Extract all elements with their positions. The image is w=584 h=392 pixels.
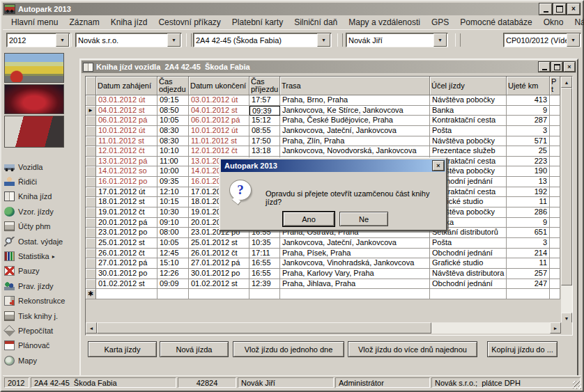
cell-cas-odjezdu[interactable]: 10:30 bbox=[157, 207, 189, 218]
sidebar-item-ucty-phm[interactable]: Účty phm bbox=[4, 219, 77, 234]
cell-cas-odjezdu[interactable]: 10:05 bbox=[157, 116, 189, 126]
cell-cas-odjezdu[interactable]: 08:50 bbox=[157, 106, 189, 116]
horizontal-scrollbar[interactable]: ◄ ► bbox=[86, 322, 561, 334]
cell-cas-odjezdu[interactable]: 09:15 bbox=[157, 95, 189, 106]
menu-item-kniha-jizd[interactable]: Kniha jízd bbox=[105, 16, 153, 29]
sidebar-item-statistika[interactable]: Statistika ▸ bbox=[4, 249, 77, 263]
menu-item-silnicni-dan[interactable]: Silniční daň bbox=[289, 16, 343, 29]
cell-ujete-km[interactable]: 223 bbox=[507, 157, 550, 167]
cell-cas-prijezdu[interactable]: 15:12 bbox=[249, 116, 280, 126]
trip-order-combo[interactable]: CP010/2012 (Vídeň) ▼ bbox=[503, 33, 581, 47]
sidebar-item-ostat-vydaje[interactable]: Ostat. výdaje bbox=[4, 234, 77, 249]
cell-cas-odjezdu[interactable]: 12:45 bbox=[157, 249, 189, 259]
cell-datum-ukonceni[interactable]: 26.01.2012 čt bbox=[189, 249, 249, 259]
cell-datum-ukonceni[interactable] bbox=[189, 289, 249, 299]
cell-datum-zahajeni[interactable]: 19.01.2012 čt bbox=[96, 207, 157, 218]
cell-ujete-km[interactable]: 11 bbox=[507, 197, 550, 207]
child-maximize-button[interactable] bbox=[551, 62, 562, 72]
column-header-ujete-km[interactable]: Ujeté km bbox=[507, 77, 550, 95]
cell-ujete-km[interactable]: 571 bbox=[507, 136, 550, 147]
cell-cas-prijezdu[interactable] bbox=[249, 289, 280, 299]
photo-cars-thumbnail[interactable] bbox=[4, 53, 64, 83]
menu-item-cestovni-prikazy[interactable]: Cestovní příkazy bbox=[153, 16, 226, 29]
menu-item-platebni-karty[interactable]: Platební karty bbox=[226, 16, 289, 29]
vehicle-combo-value[interactable]: 2A4 42-45 (Škoda Fabia) bbox=[194, 36, 317, 45]
cell-cas-prijezdu[interactable]: 12:39 bbox=[249, 279, 280, 290]
cell-ujete-km[interactable]: 286 bbox=[507, 207, 550, 218]
cell-datum-zahajeni[interactable]: 13.01.2012 pá bbox=[96, 157, 157, 167]
cell-cas-odjezdu[interactable]: 12:26 bbox=[157, 269, 189, 279]
cell-ucel-jizdy[interactable]: Banka bbox=[430, 106, 507, 116]
sidebar-item-vzor-jizdy[interactable]: Vzor. jízdy bbox=[4, 204, 77, 219]
menu-item-mapy-a-vzdalenosti[interactable]: Mapy a vzdálenosti bbox=[343, 16, 426, 29]
cell-ucel-jizdy[interactable]: Obchodní jednání bbox=[430, 249, 507, 259]
menu-item-gps[interactable]: GPS bbox=[426, 16, 454, 29]
cell-ujete-km[interactable]: 3 bbox=[507, 238, 550, 249]
cell-cas-odjezdu[interactable]: 10:10 bbox=[157, 146, 189, 157]
cell-datum-zahajeni[interactable]: 30.01.2012 po bbox=[96, 269, 157, 279]
sidebar-item-mapy[interactable]: Mapy bbox=[4, 353, 77, 368]
cell-ujete-km[interactable]: 190 bbox=[507, 166, 550, 177]
cell-datum-zahajeni[interactable]: 06.01.2012 pá bbox=[96, 116, 157, 126]
cell-ucel-jizdy[interactable]: Obchodní jednání bbox=[430, 279, 507, 290]
company-combo[interactable]: Novák s.r.o. ▼ bbox=[75, 33, 182, 47]
table-row[interactable]: 25.01.2012 st 10:05 25.01.2012 st 10:35 … bbox=[86, 238, 560, 249]
cell-cas-odjezdu[interactable]: 09:09 bbox=[157, 279, 189, 290]
cell-datum-zahajeni[interactable]: 26.01.2012 čt bbox=[96, 249, 157, 259]
title-bar[interactable]: Autopark 2013 × bbox=[3, 3, 581, 15]
cell-cas-odjezdu[interactable]: 10:05 bbox=[157, 238, 189, 249]
cell-ucel-jizdy[interactable]: Kontraktační cesta bbox=[430, 116, 507, 126]
cell-datum-zahajeni[interactable]: 17.01.2012 út bbox=[96, 187, 157, 198]
cell-datum-zahajeni[interactable]: 14.01.2012 so bbox=[96, 166, 157, 177]
cell-ujete-km[interactable] bbox=[507, 289, 550, 299]
cell-cas-odjezdu[interactable]: 08:00 bbox=[157, 228, 189, 238]
cell-datum-ukonceni[interactable]: 11.01.2012 st bbox=[189, 136, 249, 147]
cell-datum-ukonceni[interactable]: 03.01.2012 út bbox=[189, 95, 249, 106]
vloz-jizdu-do-jednoho-dne-button[interactable]: Vlož jízdu do jednoho dne bbox=[233, 341, 344, 357]
minimize-button[interactable] bbox=[539, 3, 552, 15]
sidebar-item-prav-jizdy[interactable]: Prav. jízdy bbox=[4, 279, 77, 293]
menu-item-okno[interactable]: Okno bbox=[538, 16, 569, 29]
cell-trasa[interactable]: Jankovcova, Jateční, Jankovcova bbox=[280, 126, 430, 136]
chevron-down-icon[interactable]: ▼ bbox=[433, 33, 447, 47]
driver-combo-value[interactable]: Novák Jiří bbox=[346, 36, 433, 45]
cell-datum-zahajeni[interactable]: 12.01.2012 čt bbox=[96, 146, 157, 157]
child-close-button[interactable]: × bbox=[564, 62, 575, 72]
cell-trasa[interactable]: Jankovcova, Vinohradská, Jankovcova bbox=[280, 258, 430, 269]
cell-cas-prijezdu[interactable]: 13:18 bbox=[249, 146, 280, 157]
kopiruj-jizdu-do-button[interactable]: Kopíruj jízdu do ... bbox=[487, 341, 558, 357]
column-header-partial[interactable]: P t bbox=[550, 77, 560, 95]
cell-ujete-km[interactable]: 287 bbox=[507, 116, 550, 126]
chevron-down-icon[interactable]: ▼ bbox=[567, 33, 580, 47]
menu-item-pomocne-databaze[interactable]: Pomocné databáze bbox=[454, 16, 537, 29]
cell-ujete-km[interactable]: 9 bbox=[507, 218, 550, 228]
cell-ujete-km[interactable]: 247 bbox=[507, 279, 550, 290]
chevron-down-icon[interactable]: ▼ bbox=[56, 33, 69, 47]
cell-datum-zahajeni[interactable]: 18.01.2012 st bbox=[96, 197, 157, 207]
cell-ujete-km[interactable]: 214 bbox=[507, 249, 550, 259]
column-header-ucel-jizdy[interactable]: Účel jízdy bbox=[430, 77, 507, 95]
sidebar-item-planovac[interactable]: Plánovač bbox=[4, 338, 77, 353]
chevron-down-icon[interactable]: ▼ bbox=[167, 33, 180, 47]
cell-ucel-jizdy[interactable]: Pošta bbox=[430, 126, 507, 136]
cell-trasa[interactable]: Praha, Písek, Praha bbox=[280, 249, 430, 259]
cell-ujete-km[interactable]: 13 bbox=[507, 177, 550, 187]
horizontal-scrollbar-thumb[interactable] bbox=[97, 322, 431, 334]
chevron-down-icon[interactable]: ▼ bbox=[317, 33, 330, 47]
cell-cas-odjezdu[interactable]: 08:30 bbox=[157, 126, 189, 136]
cell-ujete-km[interactable]: 192 bbox=[507, 187, 550, 198]
cell-ucel-jizdy[interactable]: Návštěva pobočky bbox=[430, 136, 507, 147]
cell-cas-odjezdu[interactable]: 12:10 bbox=[157, 187, 189, 198]
cell-cas-prijezdu[interactable]: 16:55 bbox=[249, 258, 280, 269]
company-combo-value[interactable]: Novák s.r.o. bbox=[76, 36, 167, 45]
cell-ujete-km[interactable]: 11 bbox=[507, 258, 550, 269]
year-combo-value[interactable]: 2012 bbox=[7, 36, 56, 45]
cell-cas-prijezdu[interactable]: 16:55 bbox=[249, 269, 280, 279]
cell-ujete-km[interactable]: 9 bbox=[507, 106, 550, 116]
column-header-datum-zahajeni[interactable]: Datum zahájení bbox=[96, 77, 157, 95]
sidebar-item-vozidla[interactable]: Vozidla bbox=[4, 159, 77, 174]
cell-ucel-jizdy[interactable]: Pošta bbox=[430, 238, 507, 249]
cell-datum-zahajeni[interactable]: 23.01.2012 po bbox=[96, 228, 157, 238]
photo-red-car-thumbnail[interactable] bbox=[4, 84, 64, 114]
cell-datum-ukonceni[interactable]: 25.01.2012 st bbox=[189, 238, 249, 249]
